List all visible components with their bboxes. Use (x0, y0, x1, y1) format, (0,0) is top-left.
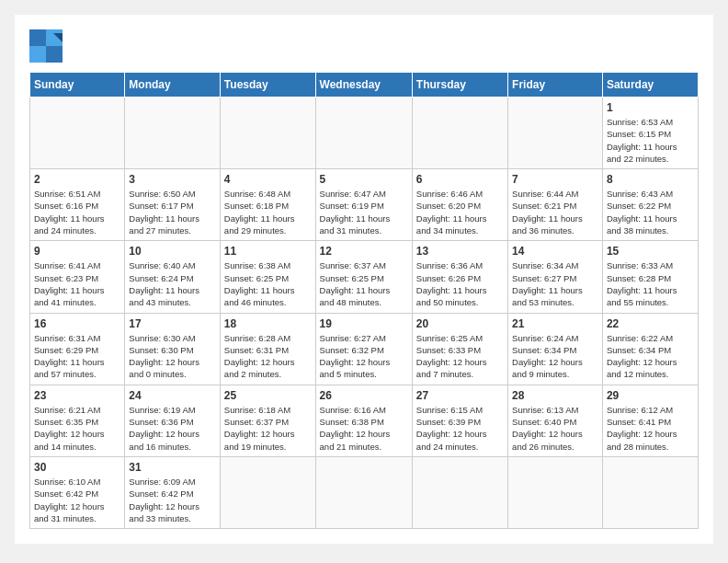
day-info: Sunrise: 6:28 AM Sunset: 6:31 PM Dayligh… (224, 332, 312, 381)
day-number: 7 (512, 173, 598, 186)
day-info: Sunrise: 6:31 AM Sunset: 6:29 PM Dayligh… (34, 332, 120, 381)
calendar-cell: 21Sunrise: 6:24 AM Sunset: 6:34 PM Dayli… (508, 313, 603, 385)
day-info: Sunrise: 6:47 AM Sunset: 6:19 PM Dayligh… (320, 188, 408, 236)
day-number: 13 (416, 245, 504, 258)
calendar-cell: 23Sunrise: 6:21 AM Sunset: 6:35 PM Dayli… (30, 385, 125, 456)
day-number: 28 (512, 389, 598, 402)
calendar-cell: 31Sunrise: 6:09 AM Sunset: 6:42 PM Dayli… (125, 456, 221, 528)
calendar-cell: 15Sunrise: 6:33 AM Sunset: 6:28 PM Dayli… (602, 241, 698, 313)
calendar-cell: 14Sunrise: 6:34 AM Sunset: 6:27 PM Dayli… (508, 241, 603, 313)
calendar-cell (508, 456, 603, 528)
calendar-cell: 20Sunrise: 6:25 AM Sunset: 6:33 PM Dayli… (412, 313, 507, 385)
weekday-saturday: Saturday (602, 73, 698, 98)
calendar-cell: 8Sunrise: 6:43 AM Sunset: 6:22 PM Daylig… (602, 169, 698, 241)
day-number: 2 (34, 173, 120, 186)
week-row-5: 23Sunrise: 6:21 AM Sunset: 6:35 PM Dayli… (30, 385, 699, 456)
day-number: 29 (607, 389, 694, 402)
day-number: 12 (320, 245, 408, 258)
calendar-cell: 5Sunrise: 6:47 AM Sunset: 6:19 PM Daylig… (315, 169, 412, 241)
day-info: Sunrise: 6:53 AM Sunset: 6:15 PM Dayligh… (607, 116, 694, 165)
day-info: Sunrise: 6:43 AM Sunset: 6:22 PM Dayligh… (607, 188, 694, 236)
day-number: 15 (607, 245, 694, 258)
calendar-cell: 16Sunrise: 6:31 AM Sunset: 6:29 PM Dayli… (30, 313, 125, 385)
day-info: Sunrise: 6:44 AM Sunset: 6:21 PM Dayligh… (512, 188, 598, 236)
weekday-monday: Monday (125, 73, 221, 98)
calendar-cell (315, 456, 412, 528)
day-number: 31 (129, 461, 216, 474)
calendar-cell: 3Sunrise: 6:50 AM Sunset: 6:17 PM Daylig… (125, 169, 221, 241)
calendar-cell (412, 98, 507, 169)
calendar-cell: 22Sunrise: 6:22 AM Sunset: 6:34 PM Dayli… (602, 313, 698, 385)
weekday-friday: Friday (508, 73, 603, 98)
day-number: 9 (34, 245, 120, 258)
calendar-cell: 9Sunrise: 6:41 AM Sunset: 6:23 PM Daylig… (30, 241, 125, 313)
day-number: 24 (129, 389, 216, 402)
calendar-cell: 18Sunrise: 6:28 AM Sunset: 6:31 PM Dayli… (220, 313, 315, 385)
calendar-cell: 25Sunrise: 6:18 AM Sunset: 6:37 PM Dayli… (220, 385, 315, 456)
day-number: 21 (512, 317, 598, 330)
day-info: Sunrise: 6:25 AM Sunset: 6:33 PM Dayligh… (416, 332, 504, 381)
day-info: Sunrise: 6:10 AM Sunset: 6:42 PM Dayligh… (34, 476, 120, 524)
day-number: 4 (224, 173, 312, 186)
week-row-3: 9Sunrise: 6:41 AM Sunset: 6:23 PM Daylig… (30, 241, 699, 313)
day-info: Sunrise: 6:22 AM Sunset: 6:34 PM Dayligh… (607, 332, 694, 381)
svg-rect-2 (29, 46, 46, 63)
calendar-cell: 4Sunrise: 6:48 AM Sunset: 6:18 PM Daylig… (220, 169, 315, 241)
calendar-cell: 26Sunrise: 6:16 AM Sunset: 6:38 PM Dayli… (315, 385, 412, 456)
week-row-6: 30Sunrise: 6:10 AM Sunset: 6:42 PM Dayli… (30, 456, 699, 528)
calendar-cell (220, 98, 315, 169)
day-number: 1 (607, 101, 694, 114)
week-row-4: 16Sunrise: 6:31 AM Sunset: 6:29 PM Dayli… (30, 313, 699, 385)
day-number: 23 (34, 389, 120, 402)
day-number: 27 (416, 389, 504, 402)
calendar-cell: 24Sunrise: 6:19 AM Sunset: 6:36 PM Dayli… (125, 385, 221, 456)
calendar-cell: 2Sunrise: 6:51 AM Sunset: 6:16 PM Daylig… (30, 169, 125, 241)
weekday-tuesday: Tuesday (220, 73, 315, 98)
calendar-cell: 7Sunrise: 6:44 AM Sunset: 6:21 PM Daylig… (508, 169, 603, 241)
day-info: Sunrise: 6:19 AM Sunset: 6:36 PM Dayligh… (129, 404, 216, 453)
weekday-sunday: Sunday (30, 73, 125, 98)
day-info: Sunrise: 6:48 AM Sunset: 6:18 PM Dayligh… (224, 188, 312, 236)
day-number: 26 (320, 389, 408, 402)
day-number: 30 (34, 461, 120, 474)
calendar-cell: 6Sunrise: 6:46 AM Sunset: 6:20 PM Daylig… (412, 169, 507, 241)
day-number: 6 (416, 173, 504, 186)
day-number: 17 (129, 317, 216, 330)
calendar-cell: 1Sunrise: 6:53 AM Sunset: 6:15 PM Daylig… (602, 98, 698, 169)
day-info: Sunrise: 6:15 AM Sunset: 6:39 PM Dayligh… (416, 404, 504, 453)
day-number: 22 (607, 317, 694, 330)
calendar-cell: 28Sunrise: 6:13 AM Sunset: 6:40 PM Dayli… (508, 385, 603, 456)
calendar-cell (125, 98, 221, 169)
day-number: 8 (607, 173, 694, 186)
week-row-1: 1Sunrise: 6:53 AM Sunset: 6:15 PM Daylig… (30, 98, 699, 169)
calendar-cell (220, 456, 315, 528)
day-info: Sunrise: 6:24 AM Sunset: 6:34 PM Dayligh… (512, 332, 598, 381)
day-info: Sunrise: 6:46 AM Sunset: 6:20 PM Dayligh… (416, 188, 504, 236)
day-info: Sunrise: 6:21 AM Sunset: 6:35 PM Dayligh… (34, 404, 120, 453)
logo-icon (29, 29, 63, 63)
day-number: 19 (320, 317, 408, 330)
day-info: Sunrise: 6:40 AM Sunset: 6:24 PM Dayligh… (129, 259, 216, 308)
day-info: Sunrise: 6:18 AM Sunset: 6:37 PM Dayligh… (224, 404, 312, 453)
calendar-table: SundayMondayTuesdayWednesdayThursdayFrid… (29, 72, 699, 529)
week-row-2: 2Sunrise: 6:51 AM Sunset: 6:16 PM Daylig… (30, 169, 699, 241)
day-info: Sunrise: 6:37 AM Sunset: 6:25 PM Dayligh… (320, 259, 408, 308)
calendar-cell (30, 98, 125, 169)
calendar-cell: 19Sunrise: 6:27 AM Sunset: 6:32 PM Dayli… (315, 313, 412, 385)
day-info: Sunrise: 6:13 AM Sunset: 6:40 PM Dayligh… (512, 404, 598, 453)
calendar-cell (315, 98, 412, 169)
day-info: Sunrise: 6:38 AM Sunset: 6:25 PM Dayligh… (224, 259, 312, 308)
calendar-cell (412, 456, 507, 528)
day-info: Sunrise: 6:51 AM Sunset: 6:16 PM Dayligh… (34, 188, 120, 236)
day-number: 14 (512, 245, 598, 258)
day-number: 25 (224, 389, 312, 402)
calendar-cell: 13Sunrise: 6:36 AM Sunset: 6:26 PM Dayli… (412, 241, 507, 313)
calendar-cell: 29Sunrise: 6:12 AM Sunset: 6:41 PM Dayli… (602, 385, 698, 456)
svg-rect-0 (29, 29, 46, 46)
day-info: Sunrise: 6:27 AM Sunset: 6:32 PM Dayligh… (320, 332, 408, 381)
day-number: 5 (320, 173, 408, 186)
day-number: 3 (129, 173, 216, 186)
calendar-cell: 17Sunrise: 6:30 AM Sunset: 6:30 PM Dayli… (125, 313, 221, 385)
calendar-page: SundayMondayTuesdayWednesdayThursdayFrid… (15, 15, 713, 544)
day-info: Sunrise: 6:41 AM Sunset: 6:23 PM Dayligh… (34, 259, 120, 308)
